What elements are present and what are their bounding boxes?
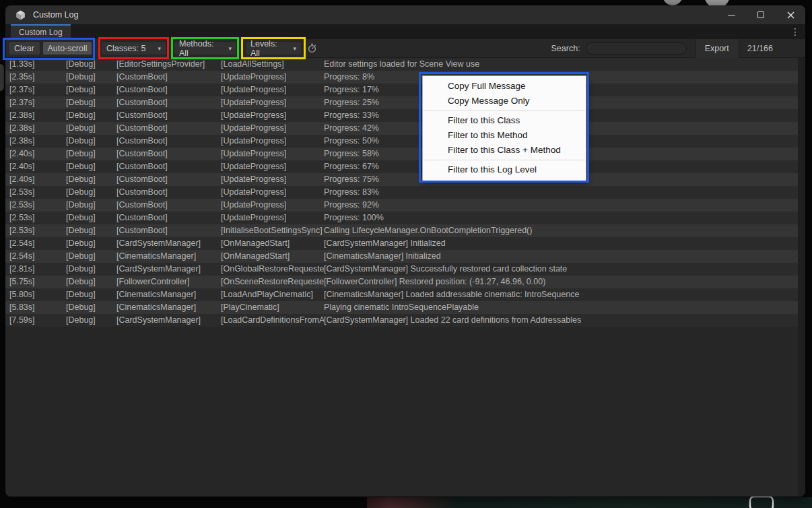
log-row[interactable]: [2.54s] [Debug] [CinematicsManager] [OnM… bbox=[5, 250, 798, 263]
log-row[interactable]: [5.75s] [Debug] [FollowerController] [On… bbox=[5, 276, 798, 288]
log-message: Progress: 92% bbox=[324, 199, 798, 212]
methods-filter-dropdown[interactable]: Methods: All ▾ bbox=[174, 41, 237, 55]
log-time: [2.40s] bbox=[9, 160, 66, 173]
log-level: [Debug] bbox=[66, 186, 116, 199]
menu-separator bbox=[424, 160, 585, 160]
log-class: [CustomBoot] bbox=[116, 96, 221, 109]
log-message: Progress: 83% bbox=[324, 186, 798, 199]
log-level: [Debug] bbox=[66, 263, 116, 276]
log-row[interactable]: [2.40s] [Debug] [CustomBoot] [UpdateProg… bbox=[5, 173, 798, 186]
log-row[interactable]: [2.37s] [Debug] [CustomBoot] [UpdateProg… bbox=[5, 84, 798, 96]
log-row[interactable]: [5.83s] [Debug] [CinematicsManager] [Pla… bbox=[5, 301, 798, 314]
log-method: [OnManagedStart] bbox=[221, 250, 324, 263]
context-menu-item[interactable]: Copy Message Only bbox=[423, 94, 586, 108]
log-method: [OnSceneRestoreRequested] bbox=[221, 276, 324, 288]
log-class: [CustomBoot] bbox=[116, 186, 221, 199]
log-row[interactable]: [1.33s] [Debug] [EditorSettingsProvider]… bbox=[5, 58, 798, 71]
log-class: [CustomBoot] bbox=[116, 71, 221, 84]
context-menu-item[interactable]: Filter to this Method bbox=[423, 128, 586, 143]
vertical-scrollbar[interactable] bbox=[798, 58, 805, 497]
log-class: [CustomBoot] bbox=[116, 84, 221, 96]
classes-filter-dropdown[interactable]: Classes: 5 ▾ bbox=[101, 41, 166, 55]
log-level: [Debug] bbox=[66, 135, 116, 148]
overflow-menu-icon[interactable]: ⋮ bbox=[790, 24, 800, 39]
log-method: [UpdateProgress] bbox=[221, 212, 324, 224]
maximize-button[interactable] bbox=[746, 5, 776, 24]
log-row[interactable]: [2.53s] [Debug] [CustomBoot] [UpdateProg… bbox=[5, 186, 798, 199]
log-time: [2.38s] bbox=[9, 109, 66, 122]
log-time: [2.40s] bbox=[9, 173, 66, 186]
log-method: [UpdateProgress] bbox=[221, 160, 324, 173]
log-row[interactable]: [2.40s] [Debug] [CustomBoot] [UpdateProg… bbox=[5, 148, 798, 160]
log-message: Editor settings loaded for Scene View us… bbox=[324, 58, 798, 71]
maximize-icon bbox=[757, 11, 764, 18]
log-row[interactable]: [7.59s] [Debug] [CardSystemManager] [Loa… bbox=[5, 314, 798, 327]
context-menu-item[interactable]: Copy Full Message bbox=[423, 79, 586, 94]
tab-label: Custom Log bbox=[19, 28, 63, 37]
log-time: [2.37s] bbox=[9, 84, 66, 96]
log-row[interactable]: [2.54s] [Debug] [CardSystemManager] [OnM… bbox=[5, 237, 798, 250]
log-level: [Debug] bbox=[66, 314, 116, 327]
tab-bar: Custom Log ⋮ bbox=[5, 24, 805, 39]
log-row[interactable]: [2.53s] [Debug] [CustomBoot] [UpdateProg… bbox=[5, 212, 798, 224]
log-row[interactable]: [2.81s] [Debug] [CardSystemManager] [OnG… bbox=[5, 263, 798, 276]
clear-button[interactable]: Clear bbox=[8, 41, 40, 55]
log-time: [2.37s] bbox=[9, 96, 66, 109]
log-row[interactable]: [2.38s] [Debug] [CustomBoot] [UpdateProg… bbox=[5, 135, 798, 148]
log-time: [2.54s] bbox=[9, 237, 66, 250]
levels-filter-dropdown[interactable]: Levels: All ▾ bbox=[245, 41, 302, 55]
log-time: [2.38s] bbox=[9, 135, 66, 148]
log-time: [5.75s] bbox=[9, 276, 66, 288]
log-method: [LoadAllSettings] bbox=[221, 58, 324, 71]
tab-custom-log[interactable]: Custom Log bbox=[11, 24, 71, 39]
classes-filter-label: Classes: 5 bbox=[106, 44, 145, 53]
log-row[interactable]: [2.53s] [Debug] [CustomBoot] [UpdateProg… bbox=[5, 199, 798, 212]
close-button[interactable] bbox=[776, 5, 805, 24]
context-menu-item[interactable]: Filter to this Class + Method bbox=[423, 143, 586, 158]
log-level: [Debug] bbox=[66, 288, 116, 301]
log-level: [Debug] bbox=[66, 212, 116, 224]
log-class: [CinematicsManager] bbox=[116, 301, 221, 314]
log-row[interactable]: [2.38s] [Debug] [CustomBoot] [UpdateProg… bbox=[5, 122, 798, 135]
context-menu-item[interactable]: Filter to this Class bbox=[423, 113, 586, 128]
log-message: [CardSystemManager] Successfully restore… bbox=[324, 263, 798, 276]
log-row[interactable]: [2.38s] [Debug] [CustomBoot] [UpdateProg… bbox=[5, 109, 798, 122]
log-method: [UpdateProgress] bbox=[221, 135, 324, 148]
log-row[interactable]: [5.80s] [Debug] [CinematicsManager] [Loa… bbox=[5, 288, 798, 301]
log-time: [2.81s] bbox=[9, 263, 66, 276]
log-class: [CustomBoot] bbox=[116, 173, 221, 186]
log-level: [Debug] bbox=[66, 199, 116, 212]
stopwatch-icon[interactable] bbox=[307, 43, 317, 53]
log-row[interactable]: [2.35s] [Debug] [CustomBoot] [UpdateProg… bbox=[5, 71, 798, 84]
search-input[interactable] bbox=[593, 44, 697, 53]
search-box[interactable] bbox=[586, 42, 687, 55]
log-level: [Debug] bbox=[66, 58, 116, 71]
log-list: [1.33s] [Debug] [EditorSettingsProvider]… bbox=[5, 58, 798, 327]
log-message: [FollowerController] Restored position: … bbox=[324, 276, 798, 288]
chevron-down-icon: ▾ bbox=[152, 45, 161, 52]
toolbar: Clear Auto-scroll Classes: 5 ▾ Methods: … bbox=[5, 39, 805, 58]
background-app-circle-icon bbox=[663, 0, 683, 5]
export-button[interactable]: Export bbox=[695, 39, 739, 58]
log-time: [2.54s] bbox=[9, 250, 66, 263]
log-message: [CinematicsManager] Initialized bbox=[324, 250, 798, 263]
log-class: [CardSystemManager] bbox=[116, 314, 221, 327]
title-bar[interactable]: Custom Log bbox=[5, 5, 805, 24]
log-method: [UpdateProgress] bbox=[221, 84, 324, 96]
log-class: [CustomBoot] bbox=[116, 160, 221, 173]
log-class: [FollowerController] bbox=[116, 276, 221, 288]
log-row[interactable]: [2.40s] [Debug] [CustomBoot] [UpdateProg… bbox=[5, 160, 798, 173]
minimize-button[interactable] bbox=[716, 5, 746, 24]
log-method: [UpdateProgress] bbox=[221, 186, 324, 199]
log-time: [2.35s] bbox=[9, 71, 66, 84]
autoscroll-toggle[interactable]: Auto-scroll bbox=[42, 41, 92, 55]
log-counter: 21/166 bbox=[739, 44, 781, 53]
log-row[interactable]: [2.37s] [Debug] [CustomBoot] [UpdateProg… bbox=[5, 96, 798, 109]
log-message: Playing cinematic IntroSequencePlayable bbox=[324, 301, 798, 314]
search-label: Search: bbox=[551, 44, 580, 53]
background-left-edge-shape bbox=[0, 64, 4, 91]
log-class: [CustomBoot] bbox=[116, 224, 221, 237]
context-menu-item[interactable]: Filter to this Log Level bbox=[423, 162, 586, 177]
log-row[interactable]: [2.53s] [Debug] [CustomBoot] [Initialise… bbox=[5, 224, 798, 237]
log-method: [LoadCardDefinitionsFromAddressables] bbox=[221, 314, 324, 327]
